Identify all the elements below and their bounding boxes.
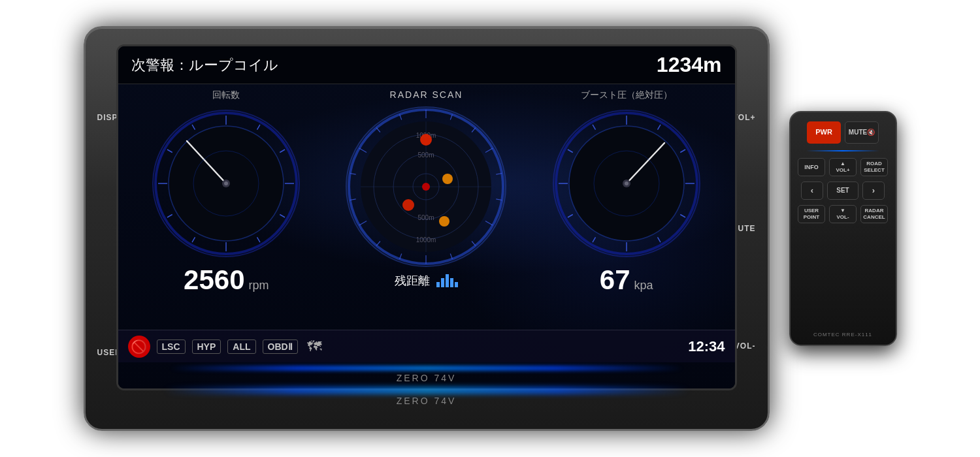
badge-lsc: LSC [157,339,186,354]
remote-row-4: USERPOINT ▼VOL- RADARCANCEL [797,205,889,223]
svg-line-67 [568,150,573,153]
radar-bottom: 残距離 [395,273,458,289]
boost-unit: kpa [634,279,653,292]
svg-line-62 [657,237,661,242]
svg-point-18 [224,181,228,185]
pwr-button[interactable]: PWR [807,121,841,144]
rpm-label: 回転数 [212,89,240,101]
rpm-gauge [148,105,304,262]
road-select-button[interactable]: ROADSELECT [860,158,888,176]
svg-line-24 [472,128,476,133]
disp-button[interactable]: DISP [97,113,118,122]
svg-line-58 [657,125,661,130]
badge-all: ALL [227,339,255,354]
remote-row-1: PWR MUTE🔇 [797,121,889,144]
scene: DISP USER VOL+ MUTE VOL- 次警報：ループコイル 1234… [84,26,897,431]
svg-line-6 [280,215,286,218]
remote-accent-line [806,150,880,151]
svg-line-33 [376,241,380,245]
svg-line-25 [485,148,493,153]
mute-remote-button[interactable]: MUTE🔇 [845,121,879,144]
svg-point-54 [439,216,449,227]
svg-line-29 [472,241,476,245]
bar-1 [436,282,440,287]
dist-bars [436,274,458,287]
vol-minus-button[interactable]: VOL- [734,341,756,351]
svg-text:1000m: 1000m [416,236,436,244]
rpm-value: 2560 [184,264,244,296]
remote-control: PWR MUTE🔇 INFO ▲VOL+ ROADSELECT ‹ SET › … [789,111,897,346]
device-bottom-label: ZERO 74V [397,396,457,406]
boost-reading: 67 kpa [600,264,653,296]
clock-display: 12:34 [688,338,725,355]
remaining-dist-label: 残距離 [395,273,430,289]
bar-3 [446,274,449,287]
svg-line-68 [593,125,596,130]
top-info-bar: 次警報：ループコイル 1234m [118,46,735,84]
boost-value: 67 [600,264,630,296]
boost-label: ブースト圧（絶対圧） [581,89,672,101]
svg-point-73 [625,181,629,185]
rpm-unit: rpm [249,279,269,292]
nav-right-button[interactable]: › [862,181,885,200]
bar-2 [441,278,444,287]
svg-line-13 [192,125,195,130]
svg-line-38 [376,128,380,133]
boost-gauge [548,105,705,262]
svg-line-61 [680,215,685,218]
svg-line-12 [167,150,172,153]
boost-gauge-col: ブースト圧（絶対圧） [531,89,722,296]
rpm-reading: 2560 rpm [184,264,269,296]
svg-line-7 [257,237,261,242]
map-icon: 🗺 [307,338,321,355]
svg-line-10 [167,215,172,218]
radar-device: DISP USER VOL+ MUTE VOL- 次警報：ループコイル 1234… [84,26,770,431]
svg-point-53 [442,174,453,184]
svg-line-59 [680,150,685,153]
remote-brand: COMTEC RRE-X111 [813,331,872,338]
device-model-name: ZERO 74V [397,373,457,383]
user-point-button[interactable]: USERPOINT [798,205,825,223]
svg-line-34 [359,221,367,226]
svg-line-9 [192,237,195,242]
svg-line-64 [593,237,596,242]
gauges-area: 回転数 [118,84,735,352]
blue-glow [171,366,683,370]
rpm-gauge-col: 回転数 [131,89,322,296]
info-button[interactable]: INFO [798,158,825,176]
no-parking-icon: 🚫 [128,336,150,358]
distance-text: 1234m [657,53,722,77]
svg-text:500m: 500m [417,214,434,221]
main-screen: 次警報：ループコイル 1234m 回転数 [116,44,737,390]
svg-line-28 [485,221,493,226]
set-button[interactable]: SET [827,181,858,200]
radar-col: RADAR SCAN [321,89,531,289]
vol-plus-remote-button[interactable]: ▲VOL+ [829,158,857,176]
device-glow-bar [164,388,689,393]
svg-line-37 [359,148,367,153]
radar-display: 1000m 500m 500m 1000m [343,104,510,270]
svg-point-52 [402,199,414,211]
badge-hyp: HYP [192,339,221,354]
svg-point-50 [422,183,430,191]
svg-line-65 [568,215,573,218]
bar-4 [450,278,453,287]
status-bar: 🚫 LSC HYP ALL OBDⅡ 🗺 12:34 [118,330,735,362]
remote-row-3: ‹ SET › [797,181,889,200]
svg-line-4 [280,150,286,153]
badge-obd: OBDⅡ [263,339,298,354]
radar-label: RADAR SCAN [390,89,463,100]
svg-text:500m: 500m [417,151,434,159]
bar-5 [455,282,458,287]
svg-line-3 [257,125,261,130]
remote-row-2: INFO ▲VOL+ ROADSELECT [797,158,889,176]
nav-left-button[interactable]: ‹ [801,181,823,200]
svg-point-51 [420,134,432,146]
radar-cancel-button[interactable]: RADARCANCEL [860,205,888,223]
vol-minus-remote-button[interactable]: ▼VOL- [829,205,857,223]
alert-text: 次警報：ループコイル [131,55,278,75]
